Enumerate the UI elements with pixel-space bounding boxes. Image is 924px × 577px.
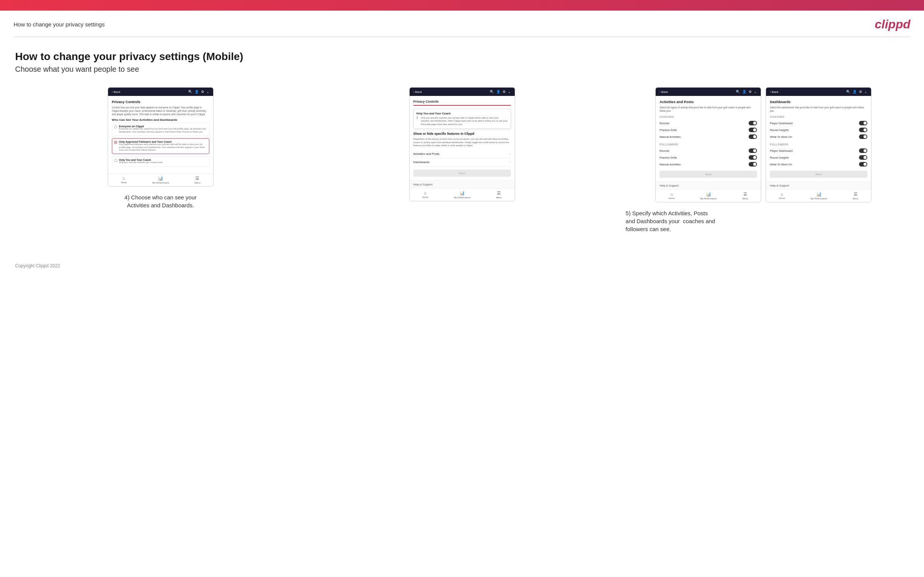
option-everyone-desc: Everyone on Clippd can search for you an… bbox=[119, 127, 207, 134]
option-approved[interactable]: Only Approved Followers and Your Coach O… bbox=[112, 138, 209, 154]
toggle-followers-what-to-work-switch[interactable] bbox=[859, 162, 867, 166]
back-button-2[interactable]: ‹ Back bbox=[414, 90, 422, 93]
nav-home-3[interactable]: ⌂ Home bbox=[669, 192, 675, 200]
phone-nav-bar-4: ‹ Back 🔍 👤 ⚙ ⌄ bbox=[766, 88, 871, 96]
back-button-3[interactable]: ‹ Back bbox=[659, 90, 668, 93]
option-only-you-label: Only You and Your Coach bbox=[119, 159, 163, 161]
screenshots-row: ‹ Back 🔍 👤 ⚙ ⌄ Privacy Controls Control … bbox=[15, 87, 909, 233]
phone-nav-bar-3: ‹ Back 🔍 👤 ⚙ ⌄ bbox=[656, 88, 761, 96]
back-button-4[interactable]: ‹ Back bbox=[770, 90, 779, 93]
screen2-tab[interactable]: Privacy Controls bbox=[414, 100, 439, 103]
nav-menu-4[interactable]: ☰ Menu bbox=[853, 192, 858, 200]
chevron-icon-4[interactable]: ⌄ bbox=[864, 90, 867, 93]
nav-home-1[interactable]: ⌂ Home bbox=[121, 176, 127, 184]
chevron-icon-1[interactable]: ⌄ bbox=[206, 90, 209, 93]
toggle-coaches-manual: Manual Activities bbox=[659, 133, 757, 140]
search-icon-1[interactable]: 🔍 bbox=[188, 90, 192, 93]
screen1-title: Privacy Controls bbox=[112, 100, 209, 104]
toggle-followers-player-dash-switch[interactable] bbox=[859, 148, 867, 153]
chevron-icon-3[interactable]: ⌄ bbox=[754, 90, 757, 93]
search-icon-2[interactable]: 🔍 bbox=[490, 90, 494, 93]
nav-menu-3[interactable]: ☰ Menu bbox=[742, 192, 748, 200]
toggle-coaches-player-dash-switch[interactable] bbox=[859, 121, 867, 126]
radio-only-you[interactable] bbox=[114, 159, 117, 162]
phone-nav-bar-1: ‹ Back 🔍 👤 ⚙ ⌄ bbox=[108, 88, 213, 96]
toggle-coaches-drills-switch[interactable] bbox=[749, 127, 757, 132]
person-icon-1[interactable]: 👤 bbox=[195, 90, 199, 93]
help-bar-4: Help & Support bbox=[766, 182, 871, 189]
features-title: Show or hide specific features in Clippd bbox=[414, 132, 511, 135]
toggle-followers-drills-switch[interactable] bbox=[749, 155, 757, 160]
settings-icon-3[interactable]: ⚙ bbox=[749, 90, 752, 93]
save-button-4[interactable]: Save bbox=[770, 171, 867, 178]
chevron-icon-2[interactable]: ⌄ bbox=[508, 90, 511, 93]
toggle-coaches-manual-switch[interactable] bbox=[749, 134, 757, 139]
toggle-followers-rounds-switch[interactable] bbox=[749, 148, 757, 153]
home-icon-4: ⌂ bbox=[781, 192, 783, 197]
chart-icon-4: 📊 bbox=[816, 192, 822, 197]
option-approved-desc: Only approved followers and coaches you … bbox=[119, 143, 207, 152]
menu-icon-3: ☰ bbox=[743, 192, 747, 197]
help-bar-2: Help & Support bbox=[410, 181, 515, 188]
phone-screen-3: ‹ Back 🔍 👤 ⚙ ⌄ Activities and Posts Sele… bbox=[655, 87, 761, 202]
search-icon-3[interactable]: 🔍 bbox=[736, 90, 740, 93]
screen4-text: Select the dashboards that you'd like to… bbox=[770, 106, 867, 113]
nav-performance-2[interactable]: 📊 My Performance bbox=[454, 191, 470, 198]
option-only-you[interactable]: Only You and Your Coach Only you and the… bbox=[112, 156, 209, 166]
followers-manual-label: Manual Activities bbox=[659, 163, 681, 166]
followers-what-to-work-label: What To Work On bbox=[770, 163, 792, 166]
person-icon-4[interactable]: 👤 bbox=[853, 90, 857, 93]
main-content: How to change your privacy settings (Mob… bbox=[0, 37, 924, 256]
followers-label-4: FOLLOWERS bbox=[770, 143, 867, 146]
nav-performance-1[interactable]: 📊 My Performance bbox=[152, 176, 169, 184]
settings-icon-2[interactable]: ⚙ bbox=[502, 90, 506, 93]
nav-icons-2: 🔍 👤 ⚙ ⌄ bbox=[490, 90, 511, 93]
toggle-coaches-round-insights-switch[interactable] bbox=[859, 127, 867, 132]
phone-nav-bar-2: ‹ Back 🔍 👤 ⚙ ⌄ bbox=[410, 88, 515, 96]
toggle-coaches-round-insights: Round Insights bbox=[770, 126, 867, 133]
toggle-followers-what-to-work: What To Work On bbox=[770, 161, 867, 168]
back-button-1[interactable]: ‹ Back bbox=[112, 90, 121, 93]
screen1-options: Everyone on Clippd Everyone on Clippd ca… bbox=[112, 123, 209, 166]
nav-home-4[interactable]: ⌂ Home bbox=[779, 192, 785, 200]
nav-menu-1[interactable]: ☰ Menu bbox=[195, 176, 200, 184]
page-title: How to change your privacy settings (Mob… bbox=[15, 51, 909, 63]
nav-menu-2[interactable]: ☰ Menu bbox=[496, 191, 502, 198]
menu-activities[interactable]: Activities and Posts › bbox=[414, 150, 511, 158]
nav-performance-3[interactable]: 📊 My Performance bbox=[700, 192, 717, 200]
coaches-label-4: COACHES bbox=[770, 116, 867, 118]
popup-text: Only you and the coaches you connect wit… bbox=[421, 116, 508, 126]
screen2-tab-bar: Privacy Controls bbox=[414, 100, 511, 106]
nav-performance-4[interactable]: 📊 My Performance bbox=[811, 192, 827, 200]
coaches-what-to-work-label: What To Work On bbox=[770, 135, 792, 139]
menu-dashboards-chevron: › bbox=[510, 161, 511, 164]
toggle-coaches-what-to-work-switch[interactable] bbox=[859, 134, 867, 139]
screen1-subsection: Who Can See Your Activities and Dashboar… bbox=[112, 118, 209, 122]
toggle-coaches-rounds-switch[interactable] bbox=[749, 121, 757, 126]
nav-home-2[interactable]: ⌂ Home bbox=[422, 191, 428, 198]
home-icon-3: ⌂ bbox=[670, 192, 673, 197]
radio-everyone[interactable] bbox=[114, 126, 117, 128]
option-everyone-label: Everyone on Clippd bbox=[119, 125, 207, 127]
radio-approved[interactable] bbox=[114, 141, 117, 144]
settings-icon-1[interactable]: ⚙ bbox=[201, 90, 204, 93]
settings-icon-4[interactable]: ⚙ bbox=[859, 90, 862, 93]
menu-label-2: Menu bbox=[496, 197, 502, 198]
search-icon-4[interactable]: 🔍 bbox=[846, 90, 850, 93]
option-everyone[interactable]: Everyone on Clippd Everyone on Clippd ca… bbox=[112, 123, 209, 136]
menu-activities-label: Activities and Posts bbox=[414, 152, 439, 156]
screen3-title: Activities and Posts bbox=[659, 100, 757, 104]
person-icon-2[interactable]: 👤 bbox=[496, 90, 500, 93]
home-label-2: Home bbox=[422, 196, 428, 198]
menu-dashboards[interactable]: Dashboards › bbox=[414, 158, 511, 166]
toggle-followers-round-insights-switch[interactable] bbox=[859, 155, 867, 160]
followers-rounds-label: Rounds bbox=[659, 149, 669, 153]
person-icon-3[interactable]: 👤 bbox=[742, 90, 746, 93]
toggle-coaches-rounds: Rounds bbox=[659, 120, 757, 126]
toggle-followers-manual-switch[interactable] bbox=[749, 162, 757, 166]
save-button-3[interactable]: Save bbox=[659, 171, 757, 178]
toggle-followers-rounds: Rounds bbox=[659, 147, 757, 154]
save-button-2[interactable]: Save bbox=[414, 169, 511, 177]
screen4-content: Dashboards Select the dashboards that yo… bbox=[766, 96, 871, 182]
breadcrumb: How to change your privacy settings bbox=[14, 21, 105, 27]
